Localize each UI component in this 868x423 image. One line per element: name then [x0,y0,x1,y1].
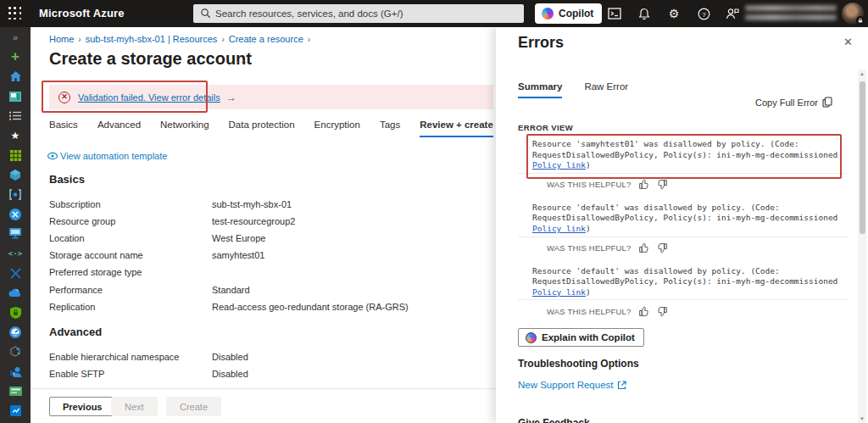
main-content: Home›sub-tst-myh-sbx-01 | Resources›Crea… [31,27,496,423]
help-icon[interactable]: ? [693,3,715,24]
row-label: Replication [49,302,95,312]
tab-advanced[interactable]: Advanced [97,120,141,136]
cost-management-icon[interactable] [8,404,23,418]
view-automation-template-link[interactable]: View automation template [47,151,167,161]
copy-full-error-button[interactable]: Copy Full Error [755,97,832,108]
cloud-icon[interactable] [8,286,23,299]
error-line: RequestDisallowedByPolicy, Policy(s): in… [532,150,837,159]
settings-gear-icon[interactable]: ⚙ [663,3,685,24]
basics-heading: Basics [49,173,85,186]
row-label: Location [49,233,85,243]
breadcrumb-home[interactable]: Home [49,34,74,44]
account-info[interactable] [745,5,837,24]
home-icon[interactable] [8,70,23,83]
external-link-icon [617,381,626,390]
errors-panel-tabs: SummaryRaw Error [518,78,650,98]
copy-icon [822,97,832,108]
brand-title[interactable]: Microsoft Azure [39,7,125,19]
favorites-star-icon[interactable]: ★ [8,129,23,142]
scrollbar-thumb[interactable] [860,81,865,234]
all-resources-icon[interactable] [8,148,23,162]
policy-link[interactable]: Policy link [532,160,586,170]
tab-encryption[interactable]: Encryption [314,120,360,136]
notifications-bell-icon[interactable] [633,3,655,24]
api-code-icon[interactable]: <·> [8,247,23,260]
helpful-row: WAS THIS HELPFUL? [547,178,848,192]
feedback-icon[interactable] [721,3,743,24]
scroll-up-icon[interactable]: ▲ [858,70,866,78]
tab-networking[interactable]: Networking [160,120,209,136]
row-value: sub-tst-myh-sbx-01 [212,199,292,209]
tab-basics[interactable]: Basics [49,120,78,136]
left-nav: » + ★ <·> [0,27,31,423]
scroll-down-icon[interactable]: ▼ [858,415,866,423]
cross-service-icon[interactable] [8,208,23,221]
policy-hexagon-icon[interactable] [8,345,23,359]
monitor-gauge-icon[interactable] [8,326,23,339]
thumbs-up-icon[interactable] [638,179,649,190]
troubleshooting-heading: Troubleshooting Options [518,358,639,370]
explain-label: Explain with Copilot [542,332,635,342]
panel-scrollbar[interactable]: ▲ ▼ [858,70,866,423]
dev-box-icon[interactable] [8,188,23,202]
row-value: Disabled [212,352,248,362]
policy-link[interactable]: Policy link [532,287,586,297]
copilot-button[interactable]: Copilot [535,3,602,24]
azure-portal: Microsoft Azure Copilot ⚙ ? [0,0,868,423]
dashboard-icon[interactable] [8,90,23,103]
cloud-shell-icon[interactable] [604,3,626,24]
create-button[interactable]: Create [166,397,221,416]
tab-raw-error[interactable]: Raw Error [584,81,628,97]
lock-icon [856,16,865,25]
policy-link[interactable]: Policy link [532,224,586,233]
portal-menu-icon[interactable] [8,7,22,20]
search-input[interactable] [193,4,524,23]
thumbs-down-icon[interactable] [657,306,668,317]
all-services-icon[interactable] [8,109,23,123]
thumbs-down-icon[interactable] [657,179,668,190]
copilot-label: Copilot [559,8,593,19]
expand-sidebar-icon[interactable]: » [8,31,23,44]
breadcrumb-subscription[interactable]: sub-tst-myh-sbx-01 | Resources [86,34,218,44]
previous-button[interactable]: Previous [49,397,115,416]
chevron-right-icon: › [308,35,310,44]
tab-summary[interactable]: Summary [518,81,562,98]
tab-tags[interactable]: Tags [380,120,400,136]
tools-icon[interactable] [8,266,23,280]
page-title: Create a storage account [49,49,252,69]
explain-with-copilot-button[interactable]: Explain with Copilot [518,328,644,347]
row-value: Standard [212,285,250,295]
tab-data-protection[interactable]: Data protection [229,120,295,136]
wizard-tabs: BasicsAdvancedNetworkingData protectionE… [49,116,496,137]
breadcrumb-create-resource[interactable]: Create a resource [229,34,303,44]
security-shield-icon[interactable] [8,306,23,320]
thumbs-down-icon[interactable] [657,242,668,253]
create-resource-icon[interactable]: + [8,50,23,64]
error-line: RequestDisallowedByPolicy, Policy(s): in… [532,213,837,222]
errors-panel: Errors ✕ SummaryRaw Error Copy Full Erro… [496,27,868,423]
breadcrumb: Home›sub-tst-myh-sbx-01 | Resources›Crea… [49,34,314,44]
new-support-request-link[interactable]: New Support Request [518,380,626,390]
next-button[interactable]: Next [111,397,158,416]
validation-error-banner: ✕ Validation failed. View error details … [49,85,493,109]
view-error-details-link[interactable]: Validation failed. View error details [78,92,220,103]
top-bar: Microsoft Azure Copilot ⚙ ? [0,0,868,27]
error-message: Resource 'default' was disallowed by pol… [532,203,848,235]
error-line: Resource 'default' was disallowed by pol… [532,266,780,276]
row-value: Disabled [212,369,248,379]
more-options-icon[interactable]: ··· [236,56,248,68]
entra-users-icon[interactable] [8,365,23,378]
close-icon[interactable]: ✕ [843,36,853,48]
tab-review-create[interactable]: Review + create [420,120,493,137]
error-item: Resource 'default' was disallowed by pol… [532,266,848,319]
thumbs-up-icon[interactable] [638,242,649,253]
divider [518,237,848,237]
arrow-right-icon: → [226,92,236,103]
resource-groups-icon[interactable] [8,168,23,181]
subscriptions-icon[interactable] [8,384,23,398]
error-message: Resource 'default' was disallowed by pol… [532,266,848,298]
close-paren: ) [586,160,591,170]
thumbs-up-icon[interactable] [638,306,649,317]
account-tenant-redacted [745,14,837,20]
virtual-machines-icon[interactable] [8,227,23,241]
